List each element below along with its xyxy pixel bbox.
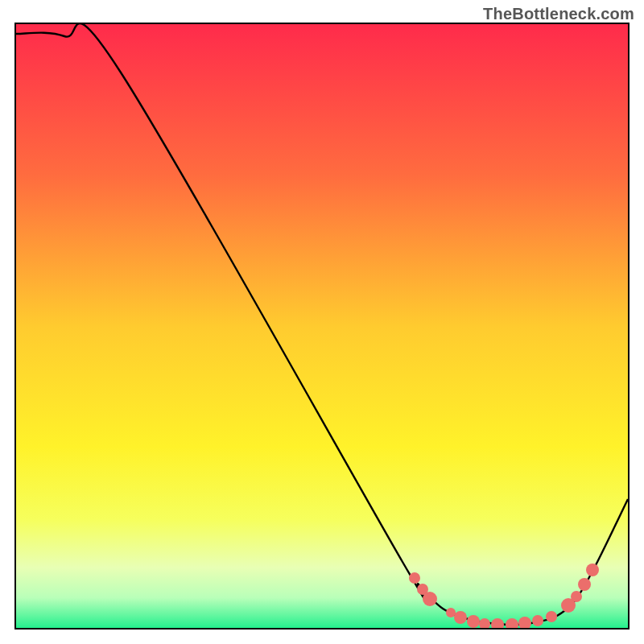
bead-marker: [546, 611, 557, 622]
bead-marker: [454, 611, 467, 624]
chart-root: TheBottleneck.com: [0, 0, 644, 644]
chart-svg: [16, 24, 628, 628]
bead-marker: [578, 578, 591, 591]
bead-marker: [423, 592, 437, 606]
plot-area: [14, 23, 630, 630]
bead-marker: [409, 572, 420, 584]
bead-marker: [586, 564, 599, 576]
bead-marker: [467, 615, 480, 628]
bead-marker: [532, 615, 543, 626]
bead-marker: [446, 608, 456, 617]
bead-marker: [571, 591, 582, 602]
attribution-label: TheBottleneck.com: [483, 5, 634, 23]
gradient-background: [16, 24, 628, 628]
